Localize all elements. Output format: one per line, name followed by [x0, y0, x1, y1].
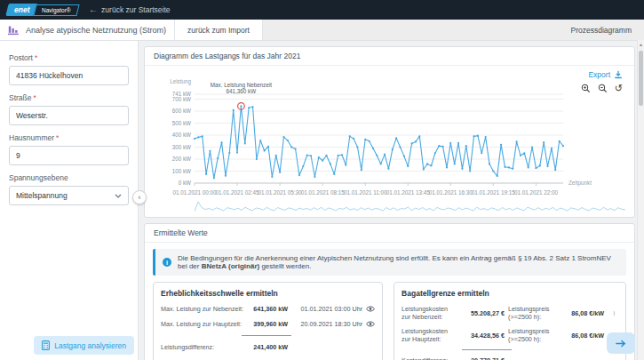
hausnummer-label: Hausnummer*: [9, 133, 129, 142]
result-row: Leistungskosten zur Hauptzeit: 34.428,56…: [402, 327, 618, 343]
enet-navigator-logo: enet Navigator®: [7, 4, 78, 16]
title-tab-bar: Analyse atypische Netznutzung (Strom) zu…: [0, 20, 644, 41]
tab-strip: Prozessdiagramm: [263, 20, 644, 40]
spannungsebene-value: Mittelspannung: [16, 191, 68, 200]
svg-text:01.01.2021 05:30: 01.01.2021 05:30: [258, 189, 303, 196]
export-button[interactable]: Export: [588, 70, 623, 79]
svg-text:500 kW: 500 kW: [172, 120, 191, 126]
sum-divider: [242, 335, 291, 336]
postort-input[interactable]: [9, 66, 129, 85]
chart-overview-strip[interactable]: [195, 201, 625, 212]
svg-text:01.01.2021 08:15: 01.01.2021 08:15: [301, 189, 346, 196]
svg-text:01.01.2021 16:30: 01.01.2021 16:30: [429, 189, 473, 196]
result-row: Leistungsdifferenz: 241,400 kW: [161, 343, 375, 351]
vertical-scrollbar[interactable]: ▲: [637, 40, 644, 360]
results-panel: Ermittelte Werte i Die Bedingungen für d…: [144, 223, 635, 360]
address-form-sidebar: Postort* Straße* Hausnummer* Spannungseb…: [0, 41, 139, 360]
svg-text:641,360 kW: 641,360 kW: [227, 88, 257, 94]
analyze-button-label: Lastgang analysieren: [54, 341, 126, 350]
lastgang-chart[interactable]: 741 kW700 kW600 kW500 kW400 kW300 kW200 …: [154, 68, 625, 201]
erheblichkeitsschwelle-card: Erheblichkeitsschwelle ermitteln Max. Le…: [153, 282, 383, 360]
download-icon: [614, 70, 623, 79]
scrollbar-up-arrow[interactable]: ▲: [638, 42, 644, 47]
export-label: Export: [588, 70, 610, 79]
conditions-info-message: i Die Bedingungen für die Anerkennung ei…: [153, 249, 626, 276]
price-info-icon[interactable]: i: [608, 309, 615, 317]
svg-text:0 kW: 0 kW: [179, 180, 191, 186]
required-marker: *: [34, 93, 36, 102]
eye-icon[interactable]: [366, 306, 375, 312]
svg-text:100 kW: 100 kW: [172, 168, 191, 174]
svg-text:300 kW: 300 kW: [172, 144, 191, 150]
calculator-icon: [42, 340, 50, 350]
spannungsebene-select[interactable]: Mittelspannung: [9, 186, 129, 205]
hausnummer-input[interactable]: [9, 146, 129, 165]
svg-text:01.01.2021 13:45: 01.01.2021 13:45: [386, 189, 431, 196]
bagatellgrenze-card: Bagatellgrenze ermitteln Leistungskosten…: [394, 282, 626, 360]
back-to-home-link[interactable]: ← zurück zur Startseite: [89, 5, 170, 14]
analyze-lastgang-button[interactable]: Lastgang analysieren: [34, 336, 134, 355]
svg-text:Leistung: Leistung: [170, 78, 191, 85]
result-row: Max. Leistung zur Nebenzeit: 641,360 kW …: [161, 305, 375, 313]
results-panel-title: Ermittelte Werte: [145, 224, 634, 243]
svg-text:700 kW: 700 kW: [172, 96, 191, 102]
page-title-section: Analyse atypische Netznutzung (Strom): [0, 20, 174, 40]
svg-text:400 kW: 400 kW: [172, 132, 191, 138]
result-row: Leistungskosten zur Nebenzeit: 55.208,27…: [402, 305, 618, 321]
svg-text:200 kW: 200 kW: [172, 156, 191, 162]
main-area: Diagramm des Lastgangs für das Jahr 2021…: [139, 41, 644, 360]
svg-text:600 kW: 600 kW: [172, 108, 191, 114]
lastgang-chart-panel: Diagramm des Lastgangs für das Jahr 2021…: [144, 46, 635, 218]
required-marker: *: [56, 133, 59, 142]
chart-body: Export: [145, 66, 634, 217]
info-icon: i: [163, 258, 171, 267]
strasse-label: Straße*: [9, 93, 129, 102]
tab-zurueck-zum-import[interactable]: zurück zum Import: [174, 20, 263, 40]
sum-divider: [462, 349, 512, 350]
zoom-in-icon[interactable]: [581, 84, 591, 93]
svg-text:01.01.2021 22:00: 01.01.2021 22:00: [514, 189, 559, 196]
back-link-label: zurück zur Startseite: [101, 5, 170, 14]
svg-text:01.01.2021 19:15: 01.01.2021 19:15: [472, 189, 516, 196]
svg-text:01.01.2021 00:00: 01.01.2021 00:00: [172, 189, 217, 196]
result-row: Kostendifferenz: 20.779,71 €: [402, 356, 618, 360]
strasse-input[interactable]: [9, 106, 129, 125]
card-title: Erheblichkeitsschwelle ermitteln: [161, 289, 375, 298]
back-arrow-icon: ←: [89, 5, 98, 14]
card-title: Bagatellgrenze ermitteln: [402, 289, 618, 298]
eye-icon[interactable]: [366, 321, 375, 327]
spannungsebene-label: Spannungsebene: [9, 173, 129, 182]
sidebar-collapse-handle[interactable]: ‹: [132, 190, 147, 204]
svg-text:01.01.2021 11:00: 01.01.2021 11:00: [344, 189, 387, 196]
postort-label: Postort*: [9, 53, 129, 62]
scrollbar-thumb[interactable]: [639, 51, 643, 106]
info-message-text: Die Bedingungen für die Anerkennung eine…: [178, 254, 619, 270]
content-area: Postort* Straße* Hausnummer* Spannungseb…: [0, 41, 644, 360]
zoom-reset-icon[interactable]: ↺: [615, 84, 623, 93]
result-row: Max. Leistung zur Hauptzeit: 399,960 kW …: [161, 320, 375, 328]
svg-text:Zeitpunkt: Zeitpunkt: [568, 180, 592, 187]
required-marker: *: [35, 53, 37, 62]
svg-text:01.01.2021 02:45: 01.01.2021 02:45: [216, 189, 260, 196]
page-title: Analyse atypische Netznutzung (Strom): [26, 26, 166, 35]
chart-zoom-tools: ↺: [581, 84, 623, 93]
top-navigation-bar: enet Navigator® ← zurück zur Startseite: [0, 0, 644, 20]
tab-label: zurück zum Import: [187, 26, 250, 35]
next-step-button[interactable]: [607, 332, 635, 354]
bar-chart-icon: [8, 25, 20, 36]
result-cards: Erheblichkeitsschwelle ermitteln Max. Le…: [153, 282, 626, 360]
zoom-out-icon[interactable]: [598, 84, 608, 93]
logo-navigator-badge: Navigator®: [34, 4, 80, 16]
chart-panel-title: Diagramm des Lastgangs für das Jahr 2021: [145, 47, 634, 66]
chevron-down-icon: [115, 194, 122, 198]
prozessdiagramm-link[interactable]: Prozessdiagramm: [571, 26, 632, 35]
arrow-right-icon: [616, 340, 626, 348]
